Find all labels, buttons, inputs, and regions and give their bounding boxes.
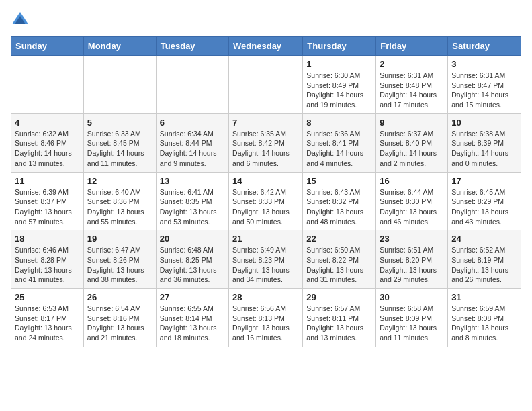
day-info: Sunrise: 6:40 AM Sunset: 8:36 PM Dayligh… bbox=[87, 187, 152, 227]
day-number: 10 bbox=[451, 118, 517, 128]
day-cell: 28Sunrise: 6:56 AM Sunset: 8:13 PM Dayli… bbox=[229, 289, 303, 347]
day-cell: 16Sunrise: 6:44 AM Sunset: 8:30 PM Dayli… bbox=[376, 172, 448, 230]
day-info: Sunrise: 6:51 AM Sunset: 8:20 PM Dayligh… bbox=[380, 245, 444, 285]
day-cell: 5Sunrise: 6:33 AM Sunset: 8:45 PM Daylig… bbox=[83, 113, 156, 172]
weekday-header-monday: Monday bbox=[83, 37, 156, 56]
day-cell: 15Sunrise: 6:43 AM Sunset: 8:32 PM Dayli… bbox=[303, 172, 376, 230]
day-number: 24 bbox=[451, 234, 517, 244]
day-info: Sunrise: 6:31 AM Sunset: 8:48 PM Dayligh… bbox=[380, 71, 444, 110]
day-cell: 14Sunrise: 6:42 AM Sunset: 8:33 PM Dayli… bbox=[229, 172, 303, 230]
day-info: Sunrise: 6:56 AM Sunset: 8:13 PM Dayligh… bbox=[232, 304, 299, 343]
day-cell: 8Sunrise: 6:36 AM Sunset: 8:41 PM Daylig… bbox=[303, 113, 376, 172]
day-info: Sunrise: 6:53 AM Sunset: 8:17 PM Dayligh… bbox=[15, 304, 80, 343]
weekday-header-wednesday: Wednesday bbox=[229, 37, 303, 56]
header bbox=[11, 11, 521, 30]
day-cell: 12Sunrise: 6:40 AM Sunset: 8:36 PM Dayli… bbox=[83, 172, 156, 230]
weekday-header-thursday: Thursday bbox=[303, 37, 376, 56]
day-cell: 17Sunrise: 6:45 AM Sunset: 8:29 PM Dayli… bbox=[448, 172, 521, 230]
day-cell: 19Sunrise: 6:47 AM Sunset: 8:26 PM Dayli… bbox=[83, 230, 156, 289]
day-info: Sunrise: 6:42 AM Sunset: 8:33 PM Dayligh… bbox=[232, 187, 299, 227]
day-cell: 26Sunrise: 6:54 AM Sunset: 8:16 PM Dayli… bbox=[83, 289, 156, 347]
day-cell: 9Sunrise: 6:37 AM Sunset: 8:40 PM Daylig… bbox=[376, 113, 448, 172]
day-info: Sunrise: 6:39 AM Sunset: 8:37 PM Dayligh… bbox=[15, 187, 80, 227]
day-number: 3 bbox=[451, 59, 517, 69]
day-info: Sunrise: 6:44 AM Sunset: 8:30 PM Dayligh… bbox=[380, 187, 444, 227]
day-cell: 3Sunrise: 6:31 AM Sunset: 8:47 PM Daylig… bbox=[448, 56, 521, 114]
day-number: 4 bbox=[15, 118, 80, 128]
weekday-header-tuesday: Tuesday bbox=[156, 37, 228, 56]
day-info: Sunrise: 6:34 AM Sunset: 8:44 PM Dayligh… bbox=[160, 129, 225, 169]
day-cell: 7Sunrise: 6:35 AM Sunset: 8:42 PM Daylig… bbox=[229, 113, 303, 172]
logo-icon bbox=[11, 11, 30, 30]
day-number: 31 bbox=[451, 292, 517, 302]
day-number: 6 bbox=[160, 118, 225, 128]
day-info: Sunrise: 6:55 AM Sunset: 8:14 PM Dayligh… bbox=[160, 304, 225, 343]
day-info: Sunrise: 6:58 AM Sunset: 8:09 PM Dayligh… bbox=[380, 304, 444, 343]
calendar-table: SundayMondayTuesdayWednesdayThursdayFrid… bbox=[11, 36, 521, 347]
day-number: 29 bbox=[306, 292, 372, 302]
day-number: 2 bbox=[380, 59, 444, 69]
day-cell: 25Sunrise: 6:53 AM Sunset: 8:17 PM Dayli… bbox=[11, 289, 84, 347]
day-cell: 6Sunrise: 6:34 AM Sunset: 8:44 PM Daylig… bbox=[156, 113, 228, 172]
day-cell: 13Sunrise: 6:41 AM Sunset: 8:35 PM Dayli… bbox=[156, 172, 228, 230]
day-number: 12 bbox=[87, 176, 152, 186]
day-info: Sunrise: 6:33 AM Sunset: 8:45 PM Dayligh… bbox=[87, 129, 152, 169]
day-info: Sunrise: 6:46 AM Sunset: 8:28 PM Dayligh… bbox=[15, 245, 80, 285]
day-number: 18 bbox=[15, 234, 80, 244]
logo bbox=[11, 11, 32, 30]
day-number: 15 bbox=[306, 176, 372, 186]
day-number: 19 bbox=[87, 234, 152, 244]
calendar-body: 1Sunrise: 6:30 AM Sunset: 8:49 PM Daylig… bbox=[11, 56, 521, 347]
weekday-header-friday: Friday bbox=[376, 37, 448, 56]
week-row-1: 1Sunrise: 6:30 AM Sunset: 8:49 PM Daylig… bbox=[11, 56, 521, 114]
day-info: Sunrise: 6:30 AM Sunset: 8:49 PM Dayligh… bbox=[306, 71, 372, 110]
day-info: Sunrise: 6:43 AM Sunset: 8:32 PM Dayligh… bbox=[306, 187, 372, 227]
day-info: Sunrise: 6:49 AM Sunset: 8:23 PM Dayligh… bbox=[232, 245, 299, 285]
day-cell bbox=[156, 56, 228, 114]
day-info: Sunrise: 6:31 AM Sunset: 8:47 PM Dayligh… bbox=[451, 71, 517, 110]
day-number: 28 bbox=[232, 292, 299, 302]
day-info: Sunrise: 6:52 AM Sunset: 8:19 PM Dayligh… bbox=[451, 245, 517, 285]
calendar-header: SundayMondayTuesdayWednesdayThursdayFrid… bbox=[11, 37, 521, 56]
day-number: 16 bbox=[380, 176, 444, 186]
day-cell: 23Sunrise: 6:51 AM Sunset: 8:20 PM Dayli… bbox=[376, 230, 448, 289]
day-cell: 11Sunrise: 6:39 AM Sunset: 8:37 PM Dayli… bbox=[11, 172, 84, 230]
day-number: 30 bbox=[380, 292, 444, 302]
day-cell bbox=[11, 56, 84, 114]
day-cell: 24Sunrise: 6:52 AM Sunset: 8:19 PM Dayli… bbox=[448, 230, 521, 289]
day-number: 22 bbox=[306, 234, 372, 244]
day-cell: 27Sunrise: 6:55 AM Sunset: 8:14 PM Dayli… bbox=[156, 289, 228, 347]
day-number: 7 bbox=[232, 118, 299, 128]
day-info: Sunrise: 6:41 AM Sunset: 8:35 PM Dayligh… bbox=[160, 187, 225, 227]
weekday-header-sunday: Sunday bbox=[11, 37, 84, 56]
day-info: Sunrise: 6:38 AM Sunset: 8:39 PM Dayligh… bbox=[451, 129, 517, 169]
day-info: Sunrise: 6:57 AM Sunset: 8:11 PM Dayligh… bbox=[306, 304, 372, 343]
week-row-5: 25Sunrise: 6:53 AM Sunset: 8:17 PM Dayli… bbox=[11, 289, 521, 347]
day-number: 5 bbox=[87, 118, 152, 128]
day-number: 9 bbox=[380, 118, 444, 128]
day-cell: 4Sunrise: 6:32 AM Sunset: 8:46 PM Daylig… bbox=[11, 113, 84, 172]
day-number: 21 bbox=[232, 234, 299, 244]
day-cell: 21Sunrise: 6:49 AM Sunset: 8:23 PM Dayli… bbox=[229, 230, 303, 289]
day-number: 25 bbox=[15, 292, 80, 302]
week-row-4: 18Sunrise: 6:46 AM Sunset: 8:28 PM Dayli… bbox=[11, 230, 521, 289]
day-info: Sunrise: 6:37 AM Sunset: 8:40 PM Dayligh… bbox=[380, 129, 444, 169]
day-cell: 1Sunrise: 6:30 AM Sunset: 8:49 PM Daylig… bbox=[303, 56, 376, 114]
day-cell: 18Sunrise: 6:46 AM Sunset: 8:28 PM Dayli… bbox=[11, 230, 84, 289]
day-cell: 30Sunrise: 6:58 AM Sunset: 8:09 PM Dayli… bbox=[376, 289, 448, 347]
week-row-3: 11Sunrise: 6:39 AM Sunset: 8:37 PM Dayli… bbox=[11, 172, 521, 230]
day-number: 11 bbox=[15, 176, 80, 186]
day-cell: 20Sunrise: 6:48 AM Sunset: 8:25 PM Dayli… bbox=[156, 230, 228, 289]
day-number: 14 bbox=[232, 176, 299, 186]
day-info: Sunrise: 6:54 AM Sunset: 8:16 PM Dayligh… bbox=[87, 304, 152, 343]
day-number: 20 bbox=[160, 234, 225, 244]
day-cell: 31Sunrise: 6:59 AM Sunset: 8:08 PM Dayli… bbox=[448, 289, 521, 347]
day-cell: 10Sunrise: 6:38 AM Sunset: 8:39 PM Dayli… bbox=[448, 113, 521, 172]
day-number: 27 bbox=[160, 292, 225, 302]
day-number: 8 bbox=[306, 118, 372, 128]
day-number: 26 bbox=[87, 292, 152, 302]
day-number: 23 bbox=[380, 234, 444, 244]
day-info: Sunrise: 6:45 AM Sunset: 8:29 PM Dayligh… bbox=[451, 187, 517, 227]
day-number: 17 bbox=[451, 176, 517, 186]
day-cell: 22Sunrise: 6:50 AM Sunset: 8:22 PM Dayli… bbox=[303, 230, 376, 289]
